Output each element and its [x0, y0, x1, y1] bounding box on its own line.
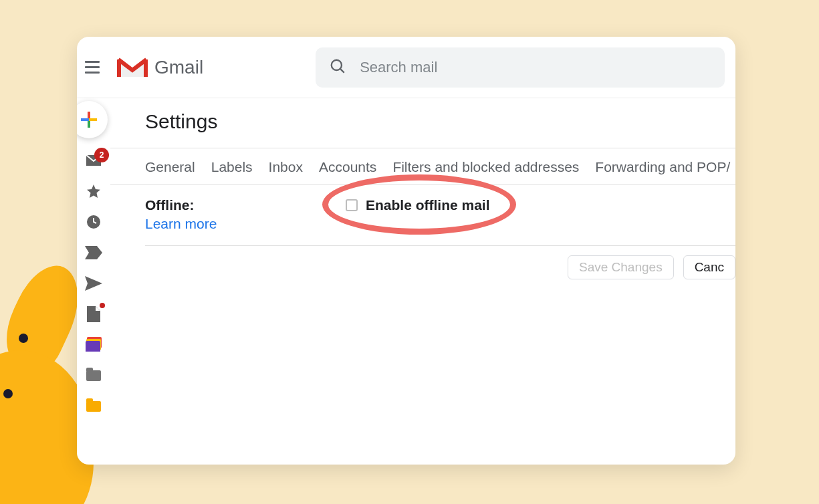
content: 2: [77, 98, 735, 465]
setting-offline: Offline: Learn more Enable offline mail: [145, 185, 735, 246]
svg-rect-1: [117, 59, 121, 77]
star-icon: [86, 183, 102, 199]
send-icon: [85, 276, 102, 291]
folder-icon: [86, 401, 101, 412]
offline-label: Offline:: [145, 197, 346, 213]
clock-icon: [86, 214, 102, 230]
sidebar-item-inbox[interactable]: 2: [85, 152, 102, 169]
settings-tabs: General Labels Inbox Accounts Filters an…: [145, 148, 735, 184]
settings-panel: Settings General Labels Inbox Accounts F…: [110, 98, 735, 465]
label-icon: [85, 246, 102, 259]
tab-general[interactable]: General: [145, 159, 195, 175]
sidebar-item-sent[interactable]: [85, 275, 102, 292]
learn-more-link[interactable]: Learn more: [145, 216, 346, 232]
tab-filters[interactable]: Filters and blocked addresses: [392, 159, 579, 175]
search-input[interactable]: [360, 59, 711, 76]
sidebar-item-folder-2[interactable]: [85, 398, 102, 415]
action-buttons: Save Changes Canc: [145, 246, 735, 279]
search-bar[interactable]: [316, 47, 725, 88]
gmail-logo[interactable]: Gmail: [117, 55, 203, 80]
compose-button[interactable]: [77, 101, 108, 138]
sidebar-item-starred[interactable]: [85, 182, 102, 200]
header: Gmail: [77, 37, 735, 98]
tab-labels[interactable]: Labels: [211, 159, 253, 175]
file-icon: [87, 306, 100, 322]
search-icon[interactable]: [329, 57, 346, 78]
app-name: Gmail: [154, 57, 203, 78]
cancel-button[interactable]: Canc: [683, 255, 735, 279]
folders-stacked-icon: [86, 339, 102, 351]
left-nav-rail: 2: [77, 98, 110, 465]
tab-forwarding[interactable]: Forwarding and POP/: [595, 159, 730, 175]
page-title: Settings: [145, 110, 735, 133]
sidebar-item-drafts[interactable]: [85, 305, 102, 323]
sidebar-item-important[interactable]: [85, 244, 102, 261]
save-changes-button[interactable]: Save Changes: [568, 255, 674, 279]
plus-icon: [81, 112, 97, 128]
tab-accounts[interactable]: Accounts: [319, 159, 376, 175]
gmail-m-icon: [117, 55, 148, 80]
sidebar-item-categories[interactable]: [85, 336, 102, 354]
sidebar-item-folder-1[interactable]: [85, 367, 102, 384]
tab-inbox[interactable]: Inbox: [269, 159, 303, 175]
svg-line-4: [340, 69, 344, 72]
inbox-badge: 2: [94, 148, 109, 162]
menu-icon[interactable]: [85, 58, 104, 77]
enable-offline-label: Enable offline mail: [366, 197, 490, 213]
app-window: Gmail 2: [77, 37, 735, 465]
svg-rect-2: [144, 59, 148, 77]
enable-offline-checkbox[interactable]: [346, 199, 358, 211]
svg-point-3: [332, 59, 342, 70]
folder-icon: [86, 370, 101, 381]
sidebar-item-snoozed[interactable]: [85, 213, 102, 231]
